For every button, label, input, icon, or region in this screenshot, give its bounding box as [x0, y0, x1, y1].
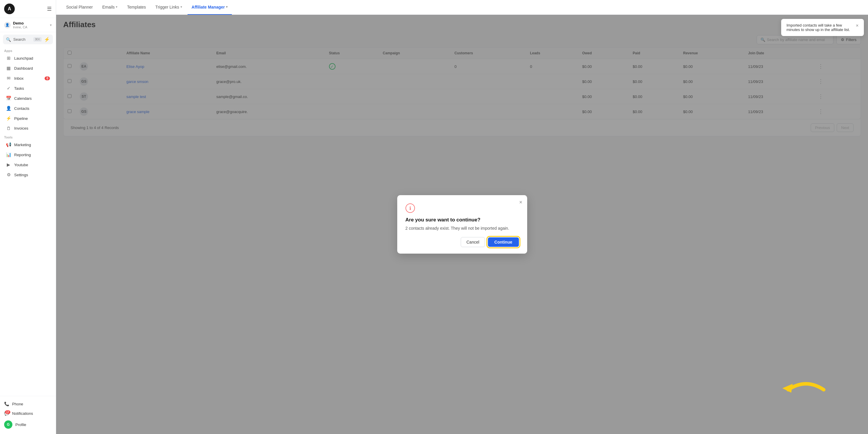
sidebar-item-tasks[interactable]: ✓ Tasks — [2, 83, 54, 93]
profile-label: Profile — [16, 423, 26, 427]
sidebar-item-label: Invoices — [14, 126, 28, 130]
affiliate-manager-chevron-icon: ▾ — [226, 5, 228, 9]
profile-avatar: G — [4, 421, 12, 429]
continue-button[interactable]: Continue — [488, 237, 519, 247]
cancel-button[interactable]: Cancel — [461, 237, 485, 247]
sidebar-top: A ☰ — [0, 0, 56, 18]
marketing-icon: 📢 — [6, 142, 11, 147]
sidebar-bottom: 📞 Phone 💬 17 Notifications G Profile — [0, 396, 56, 434]
hamburger-icon[interactable]: ☰ — [47, 6, 52, 12]
emails-chevron-icon: ▾ — [116, 5, 118, 9]
sidebar-item-marketing[interactable]: 📢 Marketing — [2, 140, 54, 150]
sidebar-item-label: Pipeline — [14, 116, 28, 121]
sidebar: A ☰ 👤 Demo Irvine, CA ▾ 🔍 Search ⌘K ⚡ Ap… — [0, 0, 56, 434]
sidebar-item-launchpad[interactable]: ⊞ Launchpad — [2, 53, 54, 63]
sidebar-item-reporting[interactable]: 📊 Reporting — [2, 150, 54, 160]
sidebar-account[interactable]: 👤 Demo Irvine, CA ▾ — [0, 18, 56, 32]
notifications-label: Notifications — [12, 411, 33, 416]
sidebar-item-label: Contacts — [14, 106, 29, 111]
search-icon: 🔍 — [6, 37, 11, 42]
sidebar-item-invoices[interactable]: 🗒 Invoices — [2, 123, 54, 133]
topnav-affiliate-manager[interactable]: Affiliate Manager ▾ — [188, 0, 232, 15]
topnav-trigger-links[interactable]: Trigger Links ▾ — [151, 0, 186, 15]
sidebar-item-settings[interactable]: ⚙ Settings — [2, 170, 54, 180]
top-navigation: Social Planner Emails ▾ Templates Trigge… — [56, 0, 868, 15]
sidebar-logo: A — [4, 4, 15, 14]
notifications-badge: 17 — [5, 410, 10, 414]
sidebar-item-pipeline[interactable]: ⚡ Pipeline — [2, 113, 54, 123]
toast-message: Imported contacts will take a few minute… — [786, 23, 853, 32]
toast-notification: Imported contacts will take a few minute… — [781, 19, 864, 36]
sidebar-item-label: Settings — [14, 173, 28, 177]
modal-close-button[interactable]: × — [519, 199, 523, 206]
sidebar-item-label: Marketing — [14, 143, 31, 147]
topnav-templates[interactable]: Templates — [123, 0, 150, 15]
account-location: Irvine, CA — [13, 25, 48, 29]
sidebar-item-calendars[interactable]: 📅 Calendars — [2, 93, 54, 103]
notifications-icon: 💬 17 — [4, 411, 9, 416]
sidebar-item-youtube[interactable]: ▶ Youtube — [2, 160, 54, 170]
inbox-icon: ✉ — [6, 75, 11, 81]
topnav-social-planner[interactable]: Social Planner — [62, 0, 97, 15]
account-chevron-icon: ▾ — [50, 23, 52, 27]
calendars-icon: 📅 — [6, 96, 11, 101]
tasks-icon: ✓ — [6, 86, 11, 91]
lightning-icon: ⚡ — [44, 37, 50, 42]
confirm-modal: × ℹ Are you sure want to continue? 2 con… — [397, 195, 527, 254]
pipeline-icon: ⚡ — [6, 116, 11, 121]
settings-icon: ⚙ — [6, 172, 11, 178]
topnav-emails[interactable]: Emails ▾ — [98, 0, 122, 15]
sidebar-item-label: Reporting — [14, 153, 31, 157]
sidebar-item-label: Tasks — [14, 86, 24, 91]
inbox-badge: 0 — [44, 76, 50, 80]
arrow-annotation — [768, 363, 833, 416]
sidebar-item-inbox[interactable]: ✉ Inbox 0 — [2, 73, 54, 83]
account-info: Demo Irvine, CA — [13, 21, 48, 29]
tools-section-label: Tools — [0, 133, 56, 140]
content-area: Affiliates Submit Fee... 🔍 Search by aff… — [56, 15, 868, 434]
sidebar-item-dashboard[interactable]: ▦ Dashboard — [2, 63, 54, 73]
search-label: Search — [13, 37, 31, 42]
modal-title: Are you sure want to continue? — [405, 217, 519, 223]
main-content: Social Planner Emails ▾ Templates Trigge… — [56, 0, 868, 434]
sidebar-item-label: Dashboard — [14, 66, 33, 70]
search-button[interactable]: 🔍 Search ⌘K ⚡ — [3, 35, 53, 44]
modal-warning-icon: ℹ — [405, 204, 415, 213]
sidebar-item-label: Youtube — [14, 163, 28, 167]
search-shortcut: ⌘K — [33, 37, 42, 42]
youtube-icon: ▶ — [6, 162, 11, 167]
svg-marker-0 — [782, 384, 793, 393]
account-icon: 👤 — [4, 22, 11, 28]
contacts-icon: 👤 — [6, 106, 11, 111]
trigger-links-chevron-icon: ▾ — [181, 5, 182, 9]
dashboard-icon: ▦ — [6, 66, 11, 71]
sidebar-item-notifications[interactable]: 💬 17 Notifications — [0, 409, 56, 418]
reporting-icon: 📊 — [6, 152, 11, 157]
modal-actions: Cancel Continue — [405, 237, 519, 247]
invoices-icon: 🗒 — [6, 126, 11, 131]
modal-overlay[interactable]: × ℹ Are you sure want to continue? 2 con… — [56, 15, 868, 434]
toast-close-button[interactable]: × — [856, 23, 859, 28]
sidebar-item-profile[interactable]: G Profile — [0, 418, 56, 431]
apps-section-label: Apps — [0, 46, 56, 53]
sidebar-item-label: Launchpad — [14, 56, 33, 61]
launchpad-icon: ⊞ — [6, 56, 11, 61]
sidebar-item-phone[interactable]: 📞 Phone — [0, 399, 56, 409]
sidebar-item-label: Calendars — [14, 96, 32, 101]
account-name: Demo — [13, 21, 48, 25]
sidebar-item-label: Inbox — [14, 76, 24, 81]
phone-icon: 📞 — [4, 402, 9, 406]
phone-label: Phone — [12, 402, 23, 406]
sidebar-item-contacts[interactable]: 👤 Contacts — [2, 103, 54, 113]
modal-description: 2 contacts already exist. They will not … — [405, 226, 519, 230]
